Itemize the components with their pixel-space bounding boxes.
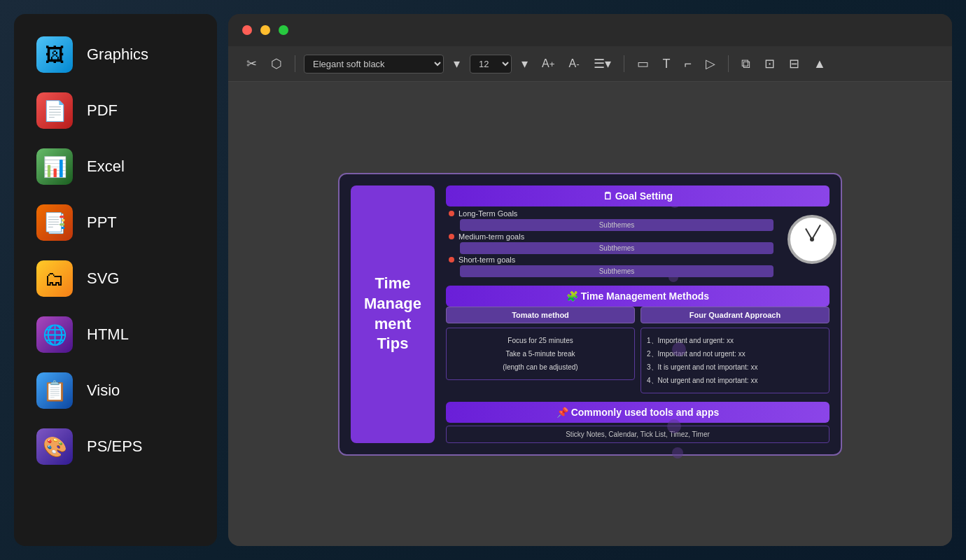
mindmap-title: Time Manage ment Tips (358, 274, 428, 354)
goal-dot (449, 211, 454, 216)
sidebar-item-excel[interactable]: 📊Excel (20, 140, 211, 193)
crop-btn[interactable]: ⊡ (760, 53, 779, 74)
methods-header: 🧩 Time Management Methods (446, 286, 830, 307)
font-decrease-btn[interactable]: A- (564, 55, 583, 73)
pdf-icon: 📄 (36, 92, 73, 129)
goal-setting-header: 🗒 Goal Setting (446, 186, 830, 206)
clock (788, 215, 836, 264)
method-col-quadrant: Four Quadrant Approach 1、Important and u… (640, 307, 830, 393)
cut-button[interactable]: ✂ (242, 53, 261, 74)
connector-btn[interactable]: ⌐ (680, 54, 696, 74)
goal-setting-section: 🗒 Goal Setting Long-Term Goals Subthemes… (446, 186, 830, 277)
window-maximize-btn[interactable] (279, 25, 288, 35)
subtheme-bar-2: Subthemes (460, 242, 774, 254)
mindmap-inner: Time Manage ment Tips 🗒 Goal Setting Lon… (351, 186, 830, 443)
canvas-area[interactable]: Time Manage ment Tips 🗒 Goal Setting Lon… (228, 82, 952, 546)
size-select[interactable]: 12 (470, 55, 512, 74)
clock-center (810, 237, 814, 241)
toolbar-divider-3 (728, 55, 729, 72)
graphics-label: Graphics (87, 46, 148, 64)
pdf-label: PDF (87, 102, 118, 120)
toolbar: ✂ ⬡ Elegant soft black ▾ 12 ▾ A+ A- ☰▾ ▭… (228, 46, 952, 82)
method-col-tomato: Tomato method Focus for 25 minutes Take … (446, 307, 635, 393)
font-increase-btn[interactable]: A+ (538, 55, 559, 73)
method-header-tomato: Tomato method (446, 307, 635, 323)
rect-btn[interactable]: ▭ (633, 53, 653, 74)
methods-grid: Tomato method Focus for 25 minutes Take … (446, 307, 830, 393)
font-dropdown-btn[interactable]: ▾ (449, 53, 464, 74)
tools-header: 📌 Commonly used tools and apps (446, 402, 830, 423)
subtheme-bar-1: Subthemes (460, 219, 774, 231)
method-content-quadrant: 1、Important and urgent: xx 2、Important a… (640, 328, 830, 393)
tools-section: 📌 Commonly used tools and apps Sticky No… (446, 402, 830, 443)
titlebar (228, 14, 952, 46)
goal-dot (449, 234, 454, 239)
goal-item-shortterm: Short-term goals (446, 254, 774, 265)
text-btn[interactable]: T (659, 54, 675, 74)
decorative-dot (667, 419, 681, 433)
mindmap-title-col: Time Manage ment Tips (351, 186, 435, 443)
window-close-btn[interactable] (242, 25, 252, 35)
goal-dot (449, 257, 454, 262)
clock-face (788, 215, 836, 264)
excel-icon: 📊 (36, 148, 73, 185)
pseps-icon: 🎨 (36, 428, 73, 465)
sidebar-item-svg[interactable]: 🗂SVG (20, 252, 211, 305)
html-label: HTML (87, 326, 129, 344)
font-select[interactable]: Elegant soft black (304, 55, 444, 74)
shape-button[interactable]: ⬡ (267, 53, 286, 74)
tools-content: Sticky Notes, Calendar, Tick List, Timez… (446, 426, 830, 443)
methods-section: 🧩 Time Management Methods Tomato method … (446, 286, 830, 393)
goal-item-longterm: Long-Term Goals (446, 208, 774, 219)
layers-btn[interactable]: ⧉ (737, 54, 755, 74)
graphics-icon: 🖼 (36, 36, 73, 73)
sidebar-item-html[interactable]: 🌐HTML (20, 308, 211, 361)
mindmap-card: Time Manage ment Tips 🗒 Goal Setting Lon… (338, 173, 842, 456)
sidebar-item-graphics[interactable]: 🖼Graphics (20, 28, 211, 81)
pseps-label: PS/EPS (87, 438, 142, 456)
sidebar-item-ppt[interactable]: 📑PPT (20, 196, 211, 249)
subtheme-bar-3: Subthemes (460, 265, 774, 277)
sidebar-item-pdf[interactable]: 📄PDF (20, 84, 211, 137)
align-btn[interactable]: ☰▾ (589, 53, 615, 74)
sidebar-item-pseps[interactable]: 🎨PS/EPS (20, 420, 211, 473)
svg-icon: 🗂 (36, 260, 73, 297)
window-minimize-btn[interactable] (260, 25, 270, 35)
arrow-btn[interactable]: ▷ (701, 53, 720, 74)
align2-btn[interactable]: ⊟ (785, 53, 804, 74)
goal-item-medterm: Medium-term goals (446, 231, 774, 242)
visio-label: Visio (87, 382, 120, 400)
toolbar-divider-1 (295, 55, 295, 72)
size-dropdown-btn[interactable]: ▾ (517, 53, 532, 74)
ppt-icon: 📑 (36, 204, 73, 241)
method-header-quadrant: Four Quadrant Approach (640, 307, 830, 323)
visio-icon: 📋 (36, 372, 73, 409)
flag-btn[interactable]: ▲ (809, 54, 830, 74)
mindmap-right-col: 🗒 Goal Setting Long-Term Goals Subthemes… (446, 186, 830, 443)
ppt-label: PPT (87, 214, 117, 232)
html-icon: 🌐 (36, 316, 73, 353)
method-content-tomato: Focus for 25 minutes Take a 5-minute bre… (446, 328, 635, 380)
decorative-dot (672, 342, 686, 356)
sidebar: 🖼Graphics📄PDF📊Excel📑PPT🗂SVG🌐HTML📋Visio🎨P… (14, 14, 217, 546)
svg-label: SVG (87, 270, 119, 288)
decorative-dot (672, 447, 683, 458)
sidebar-item-visio[interactable]: 📋Visio (20, 364, 211, 417)
toolbar-divider-2 (624, 55, 624, 72)
excel-label: Excel (87, 158, 125, 176)
main-window: ✂ ⬡ Elegant soft black ▾ 12 ▾ A+ A- ☰▾ ▭… (228, 14, 952, 546)
